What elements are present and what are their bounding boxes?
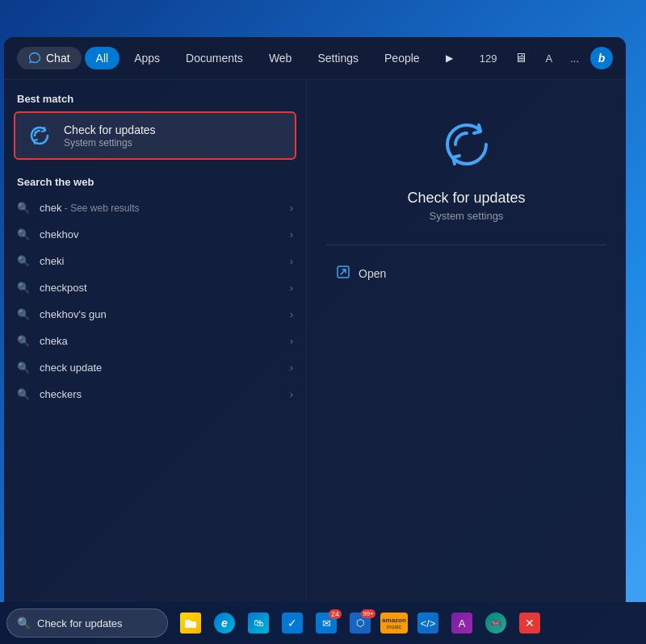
search-icon: 🔍	[17, 388, 30, 400]
taskbar-edge[interactable]: e	[208, 607, 241, 639]
arrow-icon: ›	[290, 282, 293, 294]
web-item[interactable]: 🔍checkers›	[4, 381, 306, 408]
open-icon	[336, 265, 350, 282]
arrow-icon: ›	[290, 309, 293, 320]
taskbar-search-icon: 🔍	[17, 617, 31, 629]
best-match-subtitle: System settings	[64, 137, 156, 148]
web-item[interactable]: 🔍chekhov's gun›	[4, 301, 306, 328]
taskbar-amazon[interactable]: amazon music	[378, 607, 410, 639]
web-item[interactable]: 🔍chekhov›	[4, 221, 306, 248]
arrow-icon: ›	[290, 203, 293, 214]
nav-documents[interactable]: Documents	[174, 47, 254, 69]
divider	[326, 245, 606, 245]
taskbar-mail[interactable]: ✉ 24	[310, 607, 342, 639]
search-icon: 🔍	[17, 362, 30, 374]
search-icon: 🔍	[17, 282, 30, 294]
taskbar: 🔍 Check for updates e 🛍 ✓	[0, 602, 646, 644]
web-item-text: check update	[40, 362, 280, 374]
best-match-item[interactable]: Check for updates System settings	[14, 111, 296, 160]
right-panel: Check for updates System settings Open	[307, 80, 626, 602]
content-area: Best match Check for updates System sett…	[4, 80, 626, 602]
taskbar-app3[interactable]: A	[446, 607, 478, 639]
arrow-icon: ›	[290, 336, 293, 347]
nav-more[interactable]: ...	[564, 49, 585, 68]
arrow-icon: ›	[290, 229, 293, 240]
taskbar-search[interactable]: 🔍 Check for updates	[6, 608, 168, 638]
web-item-text: cheki	[40, 255, 280, 267]
web-item-text: cheka	[40, 335, 280, 347]
app-icon-large	[434, 112, 499, 177]
search-icon: 🔍	[17, 308, 30, 320]
action-buttons: Open	[326, 258, 606, 289]
search-icon: 🔍	[17, 228, 30, 240]
web-item[interactable]: 🔍cheka›	[4, 328, 306, 354]
nav-count: 129	[473, 49, 504, 68]
bing-button[interactable]: b	[590, 47, 613, 69]
nav-device-icon: 🖥	[508, 48, 534, 69]
web-section-label: Search the web	[4, 173, 306, 194]
taskbar-store[interactable]: 🛍	[242, 607, 275, 639]
taskbar-todo[interactable]: ✓	[276, 607, 308, 639]
arrow-icon: ›	[290, 389, 293, 400]
web-item[interactable]: 🔍checkpost›	[4, 274, 306, 301]
web-items-list: 🔍chek - See web results›🔍chekhov›🔍cheki›…	[4, 194, 306, 408]
taskbar-app2[interactable]: ⬡ 99+	[344, 607, 376, 639]
open-label: Open	[359, 267, 386, 280]
best-match-label: Best match	[4, 93, 306, 111]
app-title: Check for updates	[407, 190, 525, 207]
taskbar-vscode[interactable]: </>	[412, 607, 444, 639]
search-icon: 🔍	[17, 202, 30, 214]
best-match-text: Check for updates System settings	[64, 123, 156, 148]
best-match-title: Check for updates	[64, 123, 156, 136]
taskbar-file-explorer[interactable]	[174, 607, 207, 639]
nav-font: A	[539, 49, 559, 68]
web-item[interactable]: 🔍check update›	[4, 354, 306, 381]
nav-chat[interactable]: Chat	[17, 47, 82, 69]
nav-bar: Chat All Apps Documents Web Settings Peo…	[4, 37, 626, 80]
arrow-icon: ›	[290, 256, 293, 267]
web-item-text: chek - See web results	[40, 202, 280, 214]
taskbar-icons: e 🛍 ✓ ✉ 24 ⬡ 99+ amazon music	[174, 607, 546, 639]
web-item-text: chekhov's gun	[40, 308, 280, 320]
nav-play[interactable]: ▶	[434, 48, 464, 69]
nav-all[interactable]: All	[85, 47, 120, 69]
nav-apps[interactable]: Apps	[123, 47, 171, 69]
web-item[interactable]: 🔍cheki›	[4, 248, 306, 274]
web-item-text: checkpost	[40, 282, 280, 294]
taskbar-game[interactable]: 🎮	[480, 607, 512, 639]
start-menu: Chat All Apps Documents Web Settings Peo…	[4, 37, 626, 602]
web-item-text: checkers	[40, 388, 280, 400]
web-item-text: chekhov	[40, 228, 280, 240]
search-icon: 🔍	[17, 255, 30, 267]
app-subtitle: System settings	[430, 210, 504, 222]
arrow-icon: ›	[290, 362, 293, 374]
nav-people[interactable]: People	[373, 47, 431, 69]
nav-web[interactable]: Web	[258, 47, 304, 69]
taskbar-close-app[interactable]: ✕	[514, 607, 546, 639]
taskbar-search-text: Check for updates	[37, 617, 123, 629]
left-panel: Best match Check for updates System sett…	[4, 80, 307, 602]
search-icon: 🔍	[17, 335, 30, 347]
update-icon	[25, 121, 54, 150]
open-button[interactable]: Open	[326, 258, 606, 289]
web-item[interactable]: 🔍chek - See web results›	[4, 194, 306, 221]
nav-settings[interactable]: Settings	[306, 47, 370, 69]
